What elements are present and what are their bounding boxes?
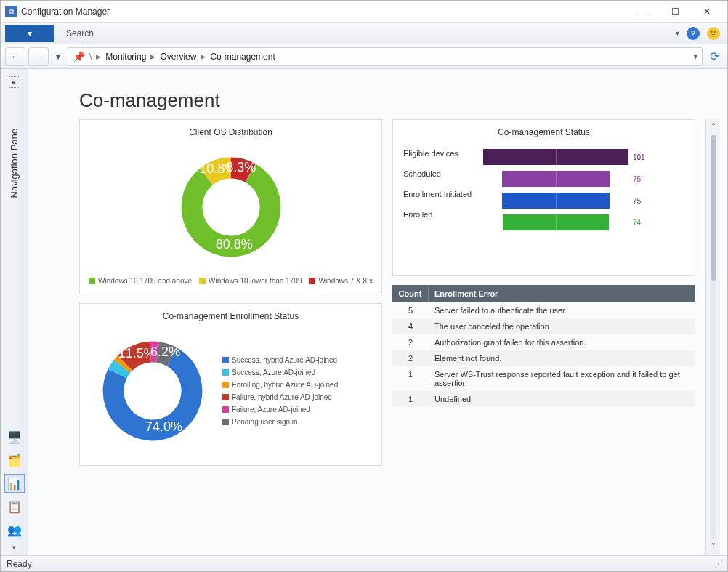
- statusbar: Ready ⋰: [1, 555, 727, 571]
- cell-count: 2: [392, 350, 429, 366]
- navigation-pane-rail[interactable]: ▸ Navigation Pane 🖥️ 🗂️ 📊 📋 👥 ▾: [1, 69, 28, 555]
- workspace-compliance-icon[interactable]: 📋: [4, 497, 25, 516]
- pin-icon[interactable]: 📌: [73, 51, 85, 63]
- breadcrumb-dropdown-icon[interactable]: ▾: [694, 52, 697, 60]
- scrollbar[interactable]: ˄ ˅: [705, 119, 720, 555]
- card-enrollment-status: Co-management Enrollment Status 74.0%11.…: [79, 303, 382, 466]
- navigation-pane-label: Navigation Pane: [9, 129, 20, 198]
- cell-error: The user canceled the operation: [429, 318, 695, 334]
- legend-item: Success, Azure AD-joined: [222, 368, 338, 376]
- funnel-bars: 101 75 75 74: [483, 149, 684, 230]
- funnel-row: 75: [483, 193, 684, 209]
- workspace-library-icon[interactable]: 🗂️: [4, 451, 25, 470]
- scroll-down-icon[interactable]: ˅: [711, 542, 716, 552]
- close-button[interactable]: ✕: [691, 1, 723, 22]
- legend-item: Pending user sign in: [222, 418, 338, 426]
- breadcrumb-item[interactable]: Monitoring: [105, 52, 146, 62]
- workspace-assets-icon[interactable]: 🖥️: [4, 427, 25, 446]
- app-menu-button[interactable]: ▾: [5, 25, 54, 42]
- table-enrollment-errors: Count Enrollment Error 5Server failed to…: [392, 285, 695, 407]
- cell-count: 1: [392, 366, 429, 391]
- window-title: Configuration Manager: [21, 7, 627, 17]
- titlebar: ⧉ Configuration Manager — ☐ ✕: [1, 1, 727, 23]
- cell-error: Undefined: [429, 391, 695, 407]
- table-row[interactable]: 1Server WS-Trust response reported fault…: [392, 366, 695, 391]
- legend-item: Enrolling, hybrid Azure AD-joined: [222, 381, 338, 389]
- card-comanagement-status: Co-management Status Eligible devicesSch…: [392, 119, 695, 276]
- cell-count: 4: [392, 318, 429, 334]
- svg-text:74.0%: 74.0%: [145, 419, 182, 434]
- col-count: Count: [392, 285, 429, 302]
- cell-error: Element not found.: [429, 350, 695, 366]
- feedback-icon[interactable]: 🙂: [707, 27, 720, 40]
- maximize-button[interactable]: ☐: [659, 1, 691, 22]
- legend-item: Success, hybrid Azure AD-joined: [222, 356, 338, 364]
- legend-item: Failure, Azure AD-joined: [222, 406, 338, 414]
- scroll-track[interactable]: [711, 135, 716, 539]
- minimize-button[interactable]: —: [627, 1, 659, 22]
- svg-text:8.3%: 8.3%: [226, 160, 256, 174]
- chevron-right-icon: ▶: [150, 53, 155, 60]
- ribbon: ▾ Search ▾ ? 🙂: [1, 23, 727, 44]
- app-icon: ⧉: [5, 6, 17, 17]
- resize-grip-icon[interactable]: ⋰: [714, 559, 721, 569]
- breadcrumb[interactable]: 📌 \ ▶ Monitoring ▶ Overview ▶ Co-managem…: [68, 47, 703, 66]
- legend-item: Windows 7 & 8.x: [309, 277, 372, 285]
- content-area: Co-management Client OS Distribution 80.…: [28, 69, 727, 555]
- page-title: Co-management: [28, 69, 727, 119]
- scroll-thumb[interactable]: [711, 135, 716, 281]
- cell-count: 2: [392, 334, 429, 350]
- workspace-admin-icon[interactable]: 👥: [4, 520, 25, 539]
- back-button[interactable]: ←: [5, 47, 25, 66]
- funnel-row: 75: [483, 171, 684, 187]
- svg-text:80.8%: 80.8%: [215, 237, 252, 251]
- col-error: Enrollment Error: [429, 285, 695, 302]
- navbar: ← → ▾ 📌 \ ▶ Monitoring ▶ Overview ▶ Co-m…: [1, 44, 727, 69]
- search-dropdown-icon[interactable]: ▾: [676, 29, 679, 37]
- main-area: ▸ Navigation Pane 🖥️ 🗂️ 📊 📋 👥 ▾ Co-manag…: [1, 69, 727, 555]
- funnel-label: Enrollment Initiated: [403, 190, 476, 198]
- cell-count: 5: [392, 302, 429, 318]
- cell-error: Server WS-Trust response reported fault …: [429, 366, 695, 391]
- donut-client-os: 80.8%10.8%8.3%: [166, 142, 296, 273]
- cell-error: Server failed to authenticate the user: [429, 302, 695, 318]
- funnel-label: Enrolled: [403, 210, 476, 219]
- legend-item: Windows 10 lower than 1709: [199, 277, 302, 285]
- legend-item: Failure, hybrid Azure AD-joined: [222, 393, 338, 401]
- cell-count: 1: [392, 391, 429, 407]
- legend-enrollment: Success, hybrid Azure AD-joinedSuccess, …: [222, 356, 338, 426]
- legend-item: Windows 10 1709 and above: [89, 277, 192, 285]
- search-label[interactable]: Search: [66, 28, 676, 39]
- breadcrumb-item[interactable]: Co-management: [210, 52, 275, 62]
- funnel-label: Eligible devices: [403, 149, 476, 158]
- donut-enrollment: 74.0%11.5%6.2%: [87, 326, 218, 456]
- table-row[interactable]: 1Undefined: [392, 391, 695, 407]
- funnel-row: 101: [483, 149, 684, 165]
- card-title: Co-management Enrollment Status: [87, 311, 374, 321]
- workspace-overflow-icon[interactable]: ▾: [12, 544, 16, 551]
- funnel-labels: Eligible devicesScheduledEnrollment Init…: [403, 149, 476, 230]
- scroll-up-icon[interactable]: ˄: [711, 122, 716, 132]
- legend-client-os: Windows 10 1709 and aboveWindows 10 lowe…: [87, 277, 374, 285]
- table-row[interactable]: 2Element not found.: [392, 350, 695, 366]
- help-icon[interactable]: ?: [687, 27, 700, 40]
- svg-text:6.2%: 6.2%: [150, 345, 180, 359]
- table-header: Count Enrollment Error: [392, 285, 695, 302]
- status-text: Ready: [7, 559, 32, 569]
- history-dropdown[interactable]: ▾: [52, 47, 65, 66]
- card-title: Client OS Distribution: [87, 127, 374, 137]
- breadcrumb-root: \: [89, 52, 92, 62]
- workspace-monitoring-icon[interactable]: 📊: [4, 474, 25, 493]
- table-row[interactable]: 5Server failed to authenticate the user: [392, 302, 695, 318]
- card-client-os: Client OS Distribution 80.8%10.8%8.3% Wi…: [79, 119, 382, 294]
- card-title: Co-management Status: [400, 127, 687, 137]
- breadcrumb-item[interactable]: Overview: [160, 52, 196, 62]
- cell-error: Authorization grant failed for this asse…: [429, 334, 695, 350]
- expand-nav-icon[interactable]: ▸: [9, 76, 20, 88]
- chevron-right-icon: ▶: [201, 53, 206, 60]
- table-row[interactable]: 4The user canceled the operation: [392, 318, 695, 334]
- forward-button[interactable]: →: [28, 47, 49, 66]
- chevron-right-icon: ▶: [96, 53, 101, 60]
- table-row[interactable]: 2Authorization grant failed for this ass…: [392, 334, 695, 350]
- refresh-button[interactable]: ⟳: [705, 48, 723, 65]
